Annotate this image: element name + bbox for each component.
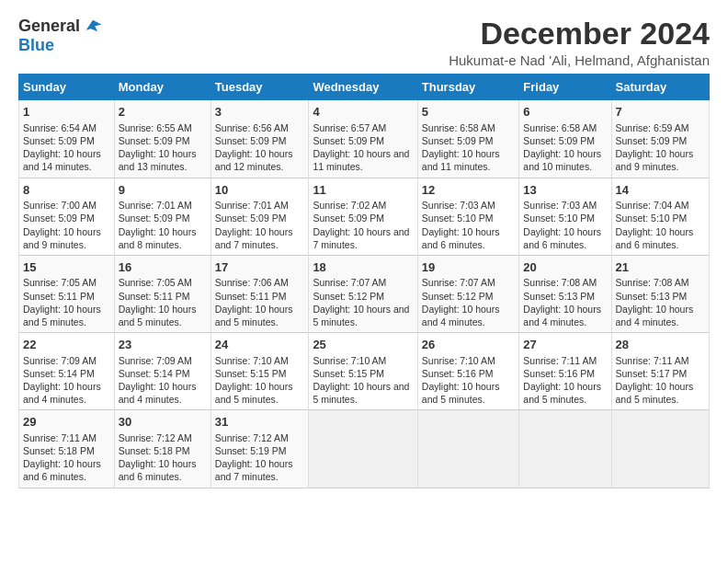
daylight: Daylight: 10 hours and 7 minutes. (313, 226, 409, 250)
sunset: Sunset: 5:15 PM (215, 368, 287, 379)
sunrise: Sunrise: 7:12 AM (215, 432, 289, 443)
day-cell: 29Sunrise: 7:11 AMSunset: 5:18 PMDayligh… (19, 410, 115, 488)
logo-text-general: General (18, 17, 80, 36)
page: General Blue December 2024 Hukumat-e Nad… (0, 0, 728, 498)
daylight: Daylight: 10 hours and 12 minutes. (215, 148, 293, 172)
daylight: Daylight: 10 hours and 5 minutes. (313, 381, 409, 405)
daylight: Daylight: 10 hours and 13 minutes. (119, 148, 197, 172)
day-cell: 3Sunrise: 6:56 AMSunset: 5:09 PMDaylight… (210, 100, 309, 178)
day-cell: 7Sunrise: 6:59 AMSunset: 5:09 PMDaylight… (611, 100, 709, 178)
day-cell: 9Sunrise: 7:01 AMSunset: 5:09 PMDaylight… (114, 178, 210, 255)
sunrise: Sunrise: 6:58 AM (422, 122, 495, 133)
sunset: Sunset: 5:11 PM (215, 291, 287, 302)
daylight: Daylight: 10 hours and 6 minutes. (23, 458, 101, 482)
sunset: Sunset: 5:13 PM (616, 291, 688, 302)
daylight: Daylight: 10 hours and 4 minutes. (616, 304, 694, 327)
daylight: Daylight: 10 hours and 5 minutes. (523, 381, 601, 405)
sunset: Sunset: 5:09 PM (313, 135, 384, 146)
daylight: Daylight: 10 hours and 5 minutes. (23, 304, 101, 327)
logo-text-blue: Blue (18, 36, 54, 54)
day-cell: 27Sunrise: 7:11 AMSunset: 5:16 PMDayligh… (519, 333, 611, 410)
daylight: Daylight: 10 hours and 9 minutes. (23, 226, 101, 250)
day-cell: 13Sunrise: 7:03 AMSunset: 5:10 PMDayligh… (519, 178, 611, 255)
calendar-table: SundayMondayTuesdayWednesdayThursdayFrid… (18, 74, 710, 488)
sunrise: Sunrise: 6:58 AM (523, 122, 597, 133)
col-header-thursday: Thursday (417, 75, 519, 100)
day-number: 26 (422, 337, 516, 353)
sunset: Sunset: 5:15 PM (313, 368, 384, 379)
sunrise: Sunrise: 6:57 AM (313, 122, 386, 133)
daylight: Daylight: 10 hours and 6 minutes. (523, 226, 601, 250)
day-number: 10 (215, 182, 305, 199)
sunrise: Sunrise: 7:11 AM (23, 432, 97, 443)
sunrise: Sunrise: 6:54 AM (23, 122, 97, 133)
daylight: Daylight: 10 hours and 4 minutes. (119, 381, 197, 405)
day-cell: 8Sunrise: 7:00 AMSunset: 5:09 PMDaylight… (19, 178, 115, 255)
sunrise: Sunrise: 6:59 AM (616, 122, 689, 133)
day-number: 25 (313, 337, 413, 353)
daylight: Daylight: 10 hours and 6 minutes. (616, 226, 694, 250)
day-number: 31 (215, 414, 305, 431)
header-row: SundayMondayTuesdayWednesdayThursdayFrid… (19, 75, 710, 100)
col-header-saturday: Saturday (611, 75, 709, 100)
svg-marker-0 (86, 20, 102, 31)
day-cell: 14Sunrise: 7:04 AMSunset: 5:10 PMDayligh… (611, 178, 709, 255)
week-row-3: 15Sunrise: 7:05 AMSunset: 5:11 PMDayligh… (19, 255, 710, 332)
day-number: 30 (119, 414, 207, 431)
daylight: Daylight: 10 hours and 6 minutes. (119, 458, 197, 482)
daylight: Daylight: 10 hours and 7 minutes. (215, 458, 293, 482)
day-number: 27 (523, 337, 607, 353)
day-number: 8 (23, 182, 110, 199)
daylight: Daylight: 10 hours and 5 minutes. (215, 381, 293, 405)
day-number: 20 (523, 259, 607, 276)
day-cell: 22Sunrise: 7:09 AMSunset: 5:14 PMDayligh… (19, 333, 115, 410)
day-number: 21 (616, 259, 705, 276)
day-number: 3 (215, 104, 305, 121)
day-cell: 19Sunrise: 7:07 AMSunset: 5:12 PMDayligh… (417, 255, 519, 332)
day-number: 18 (313, 259, 413, 276)
sunrise: Sunrise: 7:09 AM (23, 355, 97, 366)
day-number: 13 (523, 182, 607, 199)
daylight: Daylight: 10 hours and 5 minutes. (215, 304, 293, 327)
day-number: 28 (616, 337, 705, 353)
day-cell: 12Sunrise: 7:03 AMSunset: 5:10 PMDayligh… (417, 178, 519, 255)
daylight: Daylight: 10 hours and 6 minutes. (422, 226, 500, 250)
sunset: Sunset: 5:11 PM (23, 291, 95, 302)
day-cell (519, 410, 611, 488)
day-cell (309, 410, 417, 488)
sunrise: Sunrise: 7:08 AM (523, 277, 597, 288)
day-cell (611, 410, 709, 488)
day-cell: 17Sunrise: 7:06 AMSunset: 5:11 PMDayligh… (210, 255, 309, 332)
day-number: 15 (23, 259, 110, 276)
daylight: Daylight: 10 hours and 5 minutes. (616, 381, 694, 405)
sunrise: Sunrise: 7:05 AM (119, 277, 192, 288)
day-cell: 21Sunrise: 7:08 AMSunset: 5:13 PMDayligh… (611, 255, 709, 332)
sunset: Sunset: 5:10 PM (616, 213, 688, 224)
day-number: 2 (119, 104, 207, 121)
sunrise: Sunrise: 7:10 AM (313, 355, 386, 366)
sunrise: Sunrise: 7:09 AM (119, 355, 192, 366)
daylight: Daylight: 10 hours and 11 minutes. (313, 148, 409, 172)
sunrise: Sunrise: 7:10 AM (422, 355, 495, 366)
day-number: 9 (119, 182, 207, 199)
sunset: Sunset: 5:16 PM (422, 368, 494, 379)
sunrise: Sunrise: 7:06 AM (215, 277, 289, 288)
day-number: 14 (616, 182, 705, 199)
day-cell: 10Sunrise: 7:01 AMSunset: 5:09 PMDayligh… (210, 178, 309, 255)
sunrise: Sunrise: 7:03 AM (422, 200, 495, 211)
sunrise: Sunrise: 7:01 AM (119, 200, 192, 211)
sunset: Sunset: 5:10 PM (523, 213, 595, 224)
day-number: 4 (313, 104, 413, 121)
sunset: Sunset: 5:16 PM (523, 368, 595, 379)
sunset: Sunset: 5:17 PM (616, 368, 688, 379)
sunrise: Sunrise: 7:07 AM (313, 277, 386, 288)
sunset: Sunset: 5:13 PM (523, 291, 595, 302)
daylight: Daylight: 10 hours and 14 minutes. (23, 148, 101, 172)
day-cell: 30Sunrise: 7:12 AMSunset: 5:18 PMDayligh… (114, 410, 210, 488)
day-number: 16 (119, 259, 207, 276)
sunrise: Sunrise: 7:05 AM (23, 277, 97, 288)
day-number: 1 (23, 104, 110, 121)
day-cell: 15Sunrise: 7:05 AMSunset: 5:11 PMDayligh… (19, 255, 115, 332)
day-number: 6 (523, 104, 607, 121)
day-cell: 31Sunrise: 7:12 AMSunset: 5:19 PMDayligh… (210, 410, 309, 488)
